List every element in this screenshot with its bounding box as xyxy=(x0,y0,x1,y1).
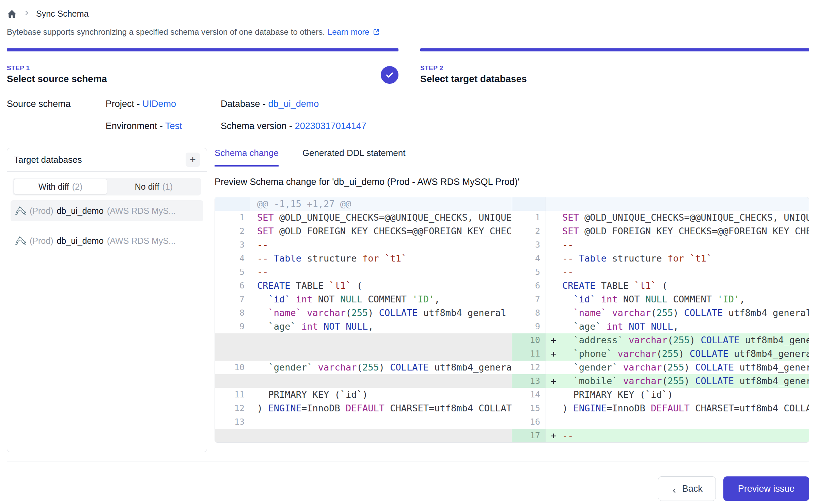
diff-code-left: `gender` varchar(255) COLLATE utf8mb4_ge… xyxy=(250,361,512,374)
diff-added-sign xyxy=(551,279,562,293)
chevron-left-icon xyxy=(671,486,677,492)
diff-code-left: PRIMARY KEY (`id`) xyxy=(250,388,512,401)
diff-code-line: `name` varchar(255) COLLATE utf8mb4_gene… xyxy=(562,306,809,320)
diff-added-sign: + xyxy=(551,333,562,347)
with-diff-count: (2) xyxy=(72,182,83,192)
diff-line-number-right: 3 xyxy=(512,238,546,252)
tab-schema-change[interactable]: Schema change xyxy=(215,148,279,167)
learn-more-link[interactable]: Learn more xyxy=(328,27,380,37)
diff-code-line: `gender` varchar(255) COLLATE utf8mb4_ge… xyxy=(562,361,809,374)
diff-added-sign xyxy=(551,361,562,374)
diff-code-right: -- Table structure for `t1` xyxy=(546,252,809,265)
diff-code-right: SET @OLD_FOREIGN_KEY_CHECKS=@@FOREIGN_KE… xyxy=(546,224,809,238)
diff-row: 13+ `mobile` varchar(255) COLLATE utf8mb… xyxy=(215,374,809,388)
diff-added-sign: + xyxy=(551,347,562,361)
diff-line-number-right: 2 xyxy=(512,224,546,238)
diff-line-number-left: 12 xyxy=(215,401,250,415)
diff-line-number-right: 7 xyxy=(512,293,546,306)
diff-row: 12) ENGINE=InnoDB DEFAULT CHARSET=utf8mb… xyxy=(215,401,809,415)
tab-no-diff[interactable]: No diff (1) xyxy=(107,179,200,194)
diff-rows: 1SET @OLD_UNIQUE_CHECKS=@@UNIQUE_CHECKS,… xyxy=(215,211,809,442)
step-indicator: STEP 1 Select source schema STEP 2 Selec… xyxy=(7,48,809,84)
schema-version-field: Schema version - 20230317014147 xyxy=(221,121,809,131)
database-list-item[interactable]: (Prod) db_ui_demo (AWS RDS MyS... xyxy=(11,200,203,221)
mysql-icon xyxy=(15,206,26,216)
step-2-title: Select target databases xyxy=(420,74,809,84)
project-link[interactable]: UIDemo xyxy=(142,99,176,109)
diff-line-number-right: 11 xyxy=(512,347,546,361)
diff-code-line: -- Table structure for `t1` xyxy=(562,252,809,265)
diff-code-right: `name` varchar(255) COLLATE utf8mb4_gene… xyxy=(546,306,809,320)
step-1-completed-check-icon xyxy=(381,66,398,84)
home-icon[interactable] xyxy=(7,9,17,19)
diff-code-line: `address` varchar(255) COLLATE utf8mb4_g… xyxy=(562,333,809,347)
diff-row: 7 `id` int NOT NULL COMMENT 'ID',7 `id` … xyxy=(215,293,809,306)
breadcrumb: Sync Schema xyxy=(7,6,809,21)
diff-added-sign xyxy=(551,224,562,238)
diff-line-number-left: 8 xyxy=(215,306,250,320)
diff-line-number-left: 13 xyxy=(215,415,250,429)
diff-code-line xyxy=(562,415,809,429)
diff-code-line: PRIMARY KEY (`id`) xyxy=(562,388,809,401)
diff-code-right: `gender` varchar(255) COLLATE utf8mb4_ge… xyxy=(546,361,809,374)
diff-row: 8 `name` varchar(255) COLLATE utf8mb4_ge… xyxy=(215,306,809,320)
diff-line-number-left xyxy=(215,374,250,388)
diff-line-number-left: 10 xyxy=(215,361,250,374)
diff-line-number-left: 3 xyxy=(215,238,250,252)
add-database-button[interactable]: + xyxy=(186,153,200,167)
database-field: Database - db_ui_demo xyxy=(221,99,809,109)
diff-line-number-right: 1 xyxy=(512,211,546,224)
diff-code-left xyxy=(250,429,512,442)
tab-generated-ddl[interactable]: Generated DDL statement xyxy=(302,148,406,167)
diff-line-number-right: 10 xyxy=(512,333,546,347)
diff-line-number-left: 5 xyxy=(215,265,250,279)
diff-added-sign xyxy=(551,265,562,279)
diff-code-line: `id` int NOT NULL COMMENT 'ID', xyxy=(562,293,809,306)
tab-with-diff[interactable]: With diff (2) xyxy=(14,179,107,194)
diff-line-number-left: 4 xyxy=(215,252,250,265)
diff-code-left xyxy=(250,347,512,361)
database-link[interactable]: db_ui_demo xyxy=(268,99,319,109)
diff-line-number-left xyxy=(215,333,250,347)
environment-field: Environment - Test xyxy=(106,121,221,131)
chevron-right-icon xyxy=(23,10,30,18)
preview-heading: Preview Schema change for 'db_ui_demo (P… xyxy=(215,177,809,187)
diff-row: 5--5-- xyxy=(215,265,809,279)
diff-code-right: -- xyxy=(546,265,809,279)
database-list-item[interactable]: (Prod) db_ui_demo (AWS RDS MyS... xyxy=(11,230,203,251)
diff-line-number-right: 4 xyxy=(512,252,546,265)
step-1: STEP 1 Select source schema xyxy=(7,48,398,84)
diff-line-number-left: 7 xyxy=(215,293,250,306)
preview-tabs: Schema change Generated DDL statement xyxy=(215,148,809,167)
environment-link[interactable]: Test xyxy=(165,121,182,131)
diff-code-left xyxy=(250,374,512,388)
schema-diff-view: @@ -1,15 +1,27 @@ 1SET @OLD_UNIQUE_CHECK… xyxy=(215,197,809,443)
diff-row: 11 PRIMARY KEY (`id`)14 PRIMARY KEY (`id… xyxy=(215,388,809,401)
footer-actions: Back Preview issue xyxy=(7,476,809,501)
diff-line-number-left: 9 xyxy=(215,320,250,333)
diff-code-left: `age` int NOT NULL, xyxy=(250,320,512,333)
back-button[interactable]: Back xyxy=(658,476,716,501)
diff-code-right: +-- xyxy=(546,429,809,442)
preview-issue-button[interactable]: Preview issue xyxy=(723,476,809,501)
diff-code-line: SET @OLD_FOREIGN_KEY_CHECKS=@@FOREIGN_KE… xyxy=(562,224,809,238)
diff-code-left: -- xyxy=(250,238,512,252)
step-2-label: STEP 2 xyxy=(420,64,809,72)
diff-filter-tabs: With diff (2) No diff (1) xyxy=(13,178,201,195)
diff-added-sign xyxy=(551,293,562,306)
diff-code-left: SET @OLD_UNIQUE_CHECKS=@@UNIQUE_CHECKS, … xyxy=(250,211,512,224)
diff-code-line: CREATE TABLE `t1` ( xyxy=(562,279,809,293)
diff-code-right: + `address` varchar(255) COLLATE utf8mb4… xyxy=(546,333,809,347)
diff-code-line: -- xyxy=(562,238,809,252)
diff-code-right: ) ENGINE=InnoDB DEFAULT CHARSET=utf8mb4 … xyxy=(546,401,809,415)
diff-row: 2SET @OLD_FOREIGN_KEY_CHECKS=@@FOREIGN_K… xyxy=(215,224,809,238)
diff-row: 10+ `address` varchar(255) COLLATE utf8m… xyxy=(215,333,809,347)
diff-line-number-left: 2 xyxy=(215,224,250,238)
diff-row: 1SET @OLD_UNIQUE_CHECKS=@@UNIQUE_CHECKS,… xyxy=(215,211,809,224)
diff-code-right: `age` int NOT NULL, xyxy=(546,320,809,333)
schema-version-link[interactable]: 20230317014147 xyxy=(295,121,366,131)
hunk-header-text: @@ -1,15 +1,27 @@ xyxy=(250,197,512,211)
diff-line-number-left: 6 xyxy=(215,279,250,293)
diff-code-right: PRIMARY KEY (`id`) xyxy=(546,388,809,401)
diff-code-left: `id` int NOT NULL COMMENT 'ID', xyxy=(250,293,512,306)
